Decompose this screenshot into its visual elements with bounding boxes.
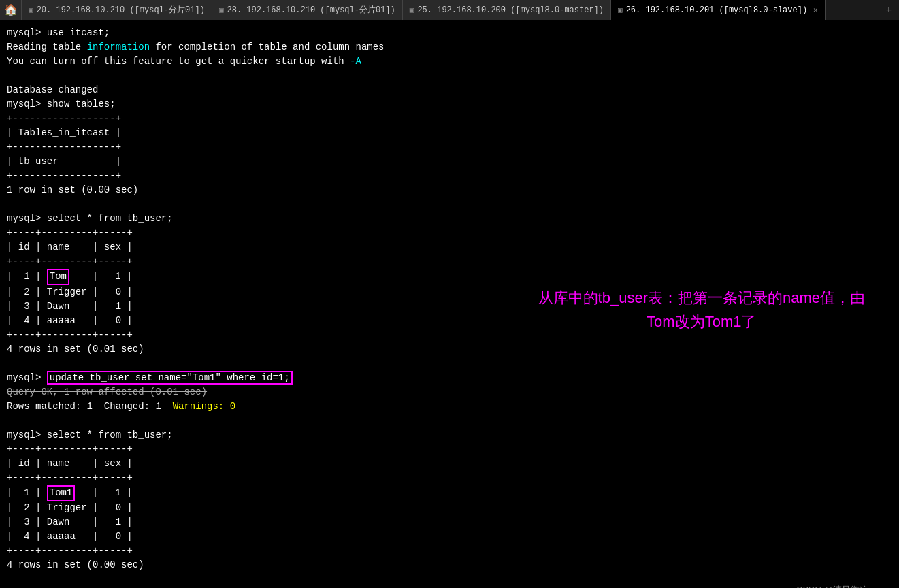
- line-tbl1: +------------------+: [7, 112, 892, 126]
- line-blank2: [7, 197, 892, 212]
- tab-3-label: 25. 192.168.10.200 ([mysql8.0-master]): [417, 5, 604, 15]
- line-tbl2: | Tables_in_itcast |: [7, 126, 892, 140]
- tab-1[interactable]: ▣ 20. 192.168.10.210 ([mysql-分片01]): [22, 0, 212, 20]
- line-sel2-trigger: | 2 | Trigger | 0 |: [7, 501, 892, 515]
- line-db-changed: Database changed: [7, 83, 892, 97]
- line-sel2-t3: +----+---------+-----+: [7, 471, 892, 485]
- annotation-box: 从库中的tb_user表：把第一条记录的name值，由 Tom改为Tom1了: [538, 286, 865, 333]
- tab-4-label: 26. 192.168.10.201 ([mysql8.0-slave]): [626, 5, 807, 15]
- line-blank4: [7, 414, 892, 428]
- line-query-ok: Query OK, 1 row affected (0.01 sec): [7, 385, 892, 399]
- update-cmd-highlight: update tb_user set name="Tom1" where id=…: [47, 371, 293, 385]
- line-sel2-t1: +----+---------+-----+: [7, 442, 892, 457]
- line-update: mysql> update tb_user set name="Tom1" wh…: [7, 371, 892, 385]
- tab-3-icon: ▣: [410, 5, 414, 14]
- watermark: CSDN @清风微凉 aaa: [796, 583, 885, 588]
- line-select1: mysql> select * from tb_user;: [7, 212, 892, 226]
- tab-2-label: 28. 192.168.10.210 ([mysql-分片01]): [227, 4, 395, 16]
- line-select2: mysql> select * from tb_user;: [7, 428, 892, 442]
- line-turnoff: You can turn off this feature to get a q…: [7, 54, 892, 69]
- tab-2[interactable]: ▣ 28. 192.168.10.210 ([mysql-分片01]): [212, 0, 403, 20]
- line-reading: Reading table information for completion…: [7, 40, 892, 54]
- line-sel2-aaaaa: | 4 | aaaaa | 0 |: [7, 529, 892, 544]
- tab-3[interactable]: ▣ 25. 192.168.10.200 ([mysql8.0-master]): [403, 0, 611, 20]
- tab-4[interactable]: ▣ 26. 192.168.10.201 ([mysql8.0-slave]) …: [611, 0, 826, 20]
- line-sel2-t2: | id | name | sex |: [7, 457, 892, 471]
- line-4rows2: 4 rows in set (0.00 sec): [7, 558, 892, 572]
- line-sel2-dawn: | 3 | Dawn | 1 |: [7, 515, 892, 529]
- line-blank5: [7, 572, 892, 587]
- line-sel-t3: +----+---------+-----+: [7, 255, 892, 269]
- line-show-tables: mysql> show tables;: [7, 97, 892, 112]
- line-tbl4: | tb_user |: [7, 154, 892, 169]
- line-sel-t2: | id | name | sex |: [7, 240, 892, 255]
- line-1row: 1 row in set (0.00 sec): [7, 183, 892, 197]
- tab-4-close[interactable]: ✕: [813, 5, 818, 14]
- annotation-line1: 从库中的tb_user表：把第一条记录的name值，由: [538, 289, 865, 306]
- line-4rows1: 4 rows in set (0.01 sec): [7, 342, 892, 357]
- line-tbl3: +------------------+: [7, 140, 892, 154]
- line-tbl5: +------------------+: [7, 169, 892, 183]
- tab-1-label: 20. 192.168.10.210 ([mysql-分片01]): [37, 4, 205, 16]
- line-sel2-t4: +----+---------+-----+: [7, 544, 892, 558]
- new-tab-button[interactable]: +: [879, 0, 899, 20]
- line-sel2-tom1: | 1 | Tom1 | 1 |: [7, 485, 892, 502]
- line-blank1: [7, 69, 892, 83]
- annotation-line2: Tom改为Tom1了: [647, 313, 756, 330]
- line-rows-matched: Rows matched: 1 Changed: 1 Warnings: 0: [7, 399, 892, 414]
- tom-highlight: Tom: [47, 269, 69, 285]
- tom1-highlight: Tom1: [47, 485, 76, 502]
- home-button[interactable]: 🏠: [0, 0, 22, 20]
- line-use-itcast: mysql> use itcast;: [7, 26, 892, 40]
- line-sel-tom: | 1 | Tom | 1 |: [7, 269, 892, 285]
- tab-bar: 🏠 ▣ 20. 192.168.10.210 ([mysql-分片01]) ▣ …: [0, 0, 899, 20]
- line-blank3: [7, 357, 892, 371]
- tab-4-icon: ▣: [618, 5, 623, 14]
- tab-1-icon: ▣: [29, 5, 33, 14]
- tab-2-icon: ▣: [219, 5, 224, 14]
- terminal: mysql> use itcast; Reading table informa…: [0, 20, 899, 588]
- line-sel-t1: +----+---------+-----+: [7, 226, 892, 240]
